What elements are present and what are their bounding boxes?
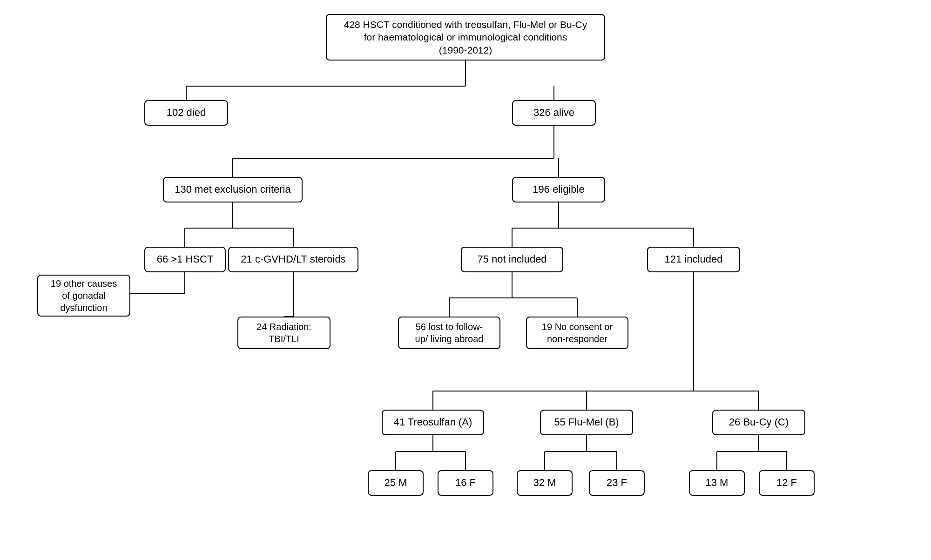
exclusion-node: 130 met exclusion criteria [163,177,303,202]
included-node: 121 included [647,247,740,272]
t16f-node: 16 F [438,470,493,496]
f32m-node: 32 M [517,470,573,496]
radiation-node: 24 Radiation: TBI/TLI [237,317,331,349]
gonadal-node: 19 other causes of gonadal dysfunction [37,275,130,317]
died-node: 102 died [144,100,228,126]
f23f-node: 23 F [589,470,645,496]
b12f-node: 12 F [759,470,815,496]
steroids-node: 21 c-GVHD/LT steroids [228,247,358,272]
noconsent-node: 19 No consent or non-responder [526,317,628,349]
flowchart-diagram: 428 HSCT conditioned with treosulfan, Fl… [0,0,931,560]
alive-node: 326 alive [512,100,596,126]
lostfollowup-node: 56 lost to follow- up/ living abroad [398,317,500,349]
treosulfan-node: 41 Treosulfan (A) [382,410,484,435]
root-node: 428 HSCT conditioned with treosulfan, Fl… [326,14,605,61]
bucy-node: 26 Bu-Cy (C) [712,410,805,435]
eligible-node: 196 eligible [512,177,605,202]
b13m-node: 13 M [689,470,745,496]
t25m-node: 25 M [368,470,424,496]
notincluded-node: 75 not included [461,247,563,272]
hsct66-node: 66 >1 HSCT [144,247,226,272]
flume-node: 55 Flu-Mel (B) [540,410,633,435]
